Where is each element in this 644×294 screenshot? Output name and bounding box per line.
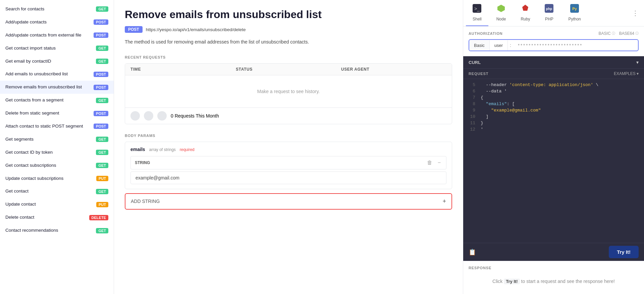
sidebar-item-label: Update contact subscriptions (5, 175, 94, 182)
line-number: 12 (469, 127, 475, 132)
auth-password-field[interactable]: ************************ (513, 40, 638, 51)
sidebar-item-label: Remove emails from unsubscribed list (5, 84, 91, 90)
lang-tab-shell[interactable]: >_ Shell (466, 0, 488, 26)
line-number: 6 (469, 89, 475, 94)
add-string-label: ADD STRING (131, 199, 160, 204)
lang-tab-ruby[interactable]: Ruby (514, 0, 537, 26)
sidebar-item-label: Get contacts from a segment (5, 97, 93, 103)
delete-string-button[interactable]: 🗑 (426, 159, 434, 166)
shell-icon: >_ (473, 4, 481, 15)
sidebar-item-get-contact-id-by-token[interactable]: Get contact ID by token GET (0, 146, 114, 159)
body-params-label: BODY PARAMS (125, 134, 452, 138)
sidebar-item-label: Search for contacts (5, 6, 93, 12)
line-number: 9 (469, 108, 475, 113)
sidebar-item-label: Get email by contactID (5, 58, 93, 65)
right-panel: >_ Shell Node Ruby php PHP Py Python ⋮ A… (463, 0, 644, 294)
sidebar-item-get-contacts-from-segment[interactable]: Get contacts from a segment GET (0, 94, 114, 107)
code-dropdown-icon[interactable]: ▾ (636, 60, 639, 65)
sidebar-item-delete-from-static-segment[interactable]: Delete from static segment POST (0, 107, 114, 120)
endpoint-method-badge: POST (125, 26, 143, 33)
code-line: 12 ' (463, 126, 644, 133)
lang-tab-node[interactable]: Node (490, 0, 513, 26)
auth-input-row: Basic user : ************************ (469, 39, 639, 51)
auth-user-field[interactable]: user (490, 40, 508, 51)
lang-tab-label-ruby: Ruby (521, 17, 530, 21)
svg-marker-3 (522, 5, 528, 11)
sidebar-item-update-contact-subscriptions[interactable]: Update contact subscriptions PUT (0, 172, 114, 185)
sidebar-item-label: Add/update contacts (5, 19, 91, 25)
sidebar-item-get-contact[interactable]: Get contact GET (0, 185, 114, 198)
code-line: 8 "emails": [ (463, 101, 644, 107)
sidebar-item-contact-recommendations[interactable]: Contact recommendations GET (0, 224, 114, 237)
sidebar-item-label: Contact recommendations (5, 227, 93, 234)
lang-tab-python[interactable]: Py Python (561, 0, 587, 26)
code-lang-label: CURL (469, 60, 481, 65)
svg-marker-2 (497, 5, 505, 12)
try-it-button[interactable]: Try It! (609, 246, 639, 258)
sidebar-item-delete-contact[interactable]: Delete contact DELETE (0, 211, 114, 224)
sidebar-item-badge: POST (94, 19, 108, 25)
sidebar-item-badge: GET (96, 163, 108, 168)
sidebar-item-update-contact[interactable]: Update contact PUT (0, 198, 114, 211)
sidebar-item-add-emails-to-unsubscribed[interactable]: Add emails to unsubscribed list POST (0, 68, 114, 81)
string-value[interactable]: example@gmail.com (130, 171, 446, 184)
sidebar-item-label: Get segments (5, 136, 93, 143)
response-label: RESPONSE (469, 266, 639, 270)
copy-button[interactable]: 📋 (469, 248, 476, 256)
code-request-label: REQUEST (469, 72, 488, 76)
sidebar-item-get-email-by-contactid[interactable]: Get email by contactID GET (0, 55, 114, 68)
line-number: 10 (469, 114, 475, 119)
base64-auth-option[interactable]: BASE64 ⓘ (619, 31, 639, 36)
sidebar-item-badge: GET (96, 98, 108, 103)
add-string-row[interactable]: ADD STRING + (125, 193, 452, 210)
sidebar-item-add-update-contacts[interactable]: Add/update contacts POST (0, 16, 114, 29)
requests-empty-text: Make a request to see history. (125, 75, 452, 107)
code-line: 5 --header 'content-type: application/js… (463, 82, 644, 88)
sidebar-item-search-contacts[interactable]: Search for contacts GET (0, 3, 114, 16)
basic-auth-option[interactable]: BASIC ⓘ (599, 31, 615, 36)
svg-text:php: php (546, 7, 552, 11)
string-label: STRING (135, 160, 423, 165)
code-footer: 📋 Try It! (463, 243, 644, 261)
line-number: 8 (469, 101, 475, 106)
sidebar-item-label: Update contact (5, 201, 94, 208)
sidebar-item-get-contact-subscriptions[interactable]: Get contact subscriptions GET (0, 159, 114, 172)
auth-section: AUTHORIZATION BASIC ⓘ BASE64 ⓘ Basic use… (463, 26, 644, 56)
line-number: 7 (469, 95, 475, 100)
sidebar-item-badge: POST (94, 85, 108, 90)
sidebar-item-label: Get contact import status (5, 45, 93, 52)
code-body: 5 --header 'content-type: application/js… (463, 79, 644, 243)
php-icon: php (545, 4, 553, 15)
endpoint-row: POST https://yespo.io/api/v1/emails/unsu… (125, 26, 452, 33)
sidebar-item-remove-emails-from-unsubscribed[interactable]: Remove emails from unsubscribed list POS… (0, 81, 114, 94)
param-name: emails (130, 147, 145, 152)
requests-table-header: TIME STATUS USER AGENT (125, 64, 452, 75)
endpoint-url: https://yespo.io/api/v1/emails/unsubscri… (146, 27, 246, 32)
code-line: 9 "example@gmail.com" (463, 107, 644, 114)
auth-label: AUTHORIZATION (469, 31, 503, 35)
sidebar-item-attach-contact-to-static[interactable]: Attach contact to static POST segment PO… (0, 120, 114, 133)
sidebar-item-add-update-contacts-file[interactable]: Add/update contacts from external file P… (0, 29, 114, 42)
sidebar-item-label: Get contact ID by token (5, 149, 93, 156)
code-examples-button[interactable]: EXAMPLES ▾ (614, 71, 639, 76)
node-icon (497, 4, 505, 15)
ruby-icon (521, 4, 530, 15)
sidebar-item-label: Delete from static segment (5, 110, 91, 117)
lang-tab-php[interactable]: php PHP (538, 0, 560, 26)
svg-text:Py: Py (572, 7, 577, 11)
response-section: RESPONSE Click Try It! to start a reques… (463, 261, 644, 294)
code-line: 10 ] (463, 114, 644, 120)
line-code: --data ' (481, 89, 507, 94)
python-icon: Py (570, 4, 579, 15)
avatar-3 (157, 111, 167, 121)
sidebar-item-get-segments[interactable]: Get segments GET (0, 133, 114, 146)
param-header: emails array of strings required (130, 147, 446, 152)
response-hint-prefix: Click (492, 279, 504, 284)
sidebar-item-get-contact-import-status[interactable]: Get contact import status GET (0, 42, 114, 55)
sidebar-item-label: Get contact subscriptions (5, 162, 93, 169)
line-code: "emails": [ (481, 101, 515, 106)
lang-tab-label-shell: Shell (473, 17, 482, 21)
collapse-string-button[interactable]: − (436, 159, 442, 166)
more-langs-button[interactable]: ⋮ (629, 6, 641, 20)
sidebar-item-badge: GET (96, 189, 108, 194)
